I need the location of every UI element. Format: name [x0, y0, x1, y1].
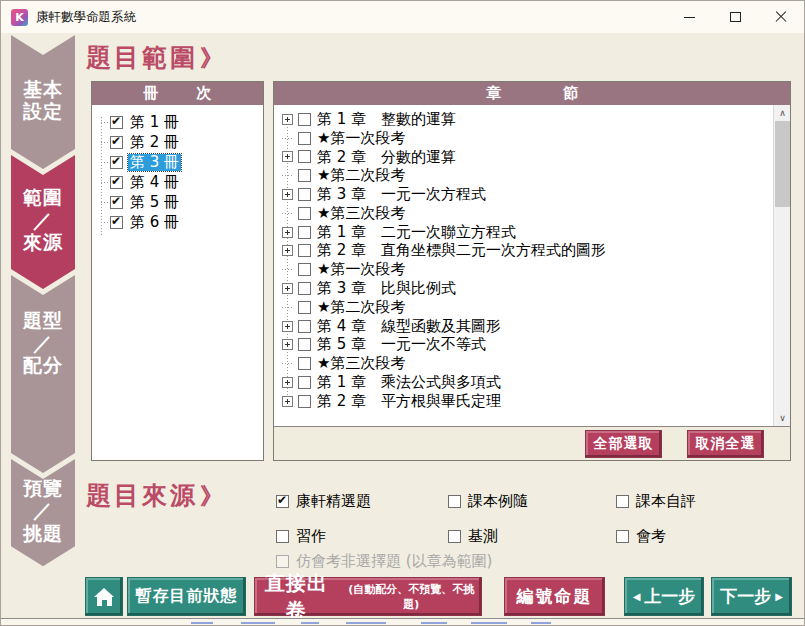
sidebar-step-tab[interactable]: 預覽 ／ 挑題 [11, 459, 75, 566]
chapter-row[interactable]: 第 2 章 平方根與畢氏定理 [274, 392, 773, 411]
chapter-row[interactable]: 第 1 章 二元一次聯立方程式 [274, 223, 773, 242]
chapter-label[interactable]: ★第一次段考 [317, 129, 405, 148]
chapter-checkbox[interactable] [298, 376, 311, 389]
volume-label[interactable]: 第 1 冊 [128, 114, 181, 131]
select-all-button[interactable]: 全部選取 [586, 431, 661, 457]
chapter-label[interactable]: 第 1 章 整數的運算 [317, 110, 456, 129]
chapter-checkbox[interactable] [298, 207, 311, 220]
chapter-label[interactable]: 第 1 章 乘法公式與多項式 [317, 373, 501, 392]
chapter-row[interactable]: 第 3 章 比與比例式 [274, 279, 773, 298]
expand-plus-icon[interactable] [282, 283, 293, 294]
deselect-all-button[interactable]: 取消全選 [688, 431, 763, 457]
chapter-label[interactable]: ★第三次段考 [317, 204, 405, 223]
source-checkbox[interactable] [276, 530, 289, 543]
chapter-label[interactable]: ★第二次段考 [317, 298, 405, 317]
chapter-label[interactable]: 第 3 章 比與比例式 [317, 279, 456, 298]
chapter-row[interactable]: 第 2 章 直角坐標與二元一次方程式的圖形 [274, 242, 773, 261]
volume-label[interactable]: 第 4 冊 [128, 174, 181, 191]
volume-row[interactable]: ✔ 第 3 冊 [92, 152, 263, 172]
save-state-button[interactable]: 暫存目前狀態 [128, 578, 245, 615]
expand-plus-icon[interactable] [282, 245, 293, 256]
chapter-checkbox[interactable] [298, 226, 311, 239]
chapter-checkbox[interactable] [298, 244, 311, 257]
chapter-row[interactable]: 第 4 章 線型函數及其圖形 [274, 317, 773, 336]
chapter-checkbox[interactable] [298, 132, 311, 145]
source-checkbox[interactable] [616, 495, 629, 508]
numbering-button[interactable]: 編號命題 [505, 578, 604, 615]
volume-label[interactable]: 第 6 冊 [128, 214, 181, 231]
chapter-checkbox[interactable] [298, 113, 311, 126]
volume-label[interactable]: 第 5 冊 [128, 194, 181, 211]
chapter-checkbox[interactable] [298, 282, 311, 295]
direct-export-button[interactable]: 直接出卷 (自動配分、不預覽、不挑題) [255, 578, 481, 615]
scroll-up-icon[interactable]: ∧ [774, 105, 791, 121]
chapter-checkbox[interactable] [298, 357, 311, 370]
chapter-checkbox[interactable] [298, 150, 311, 163]
chapter-checkbox[interactable] [298, 320, 311, 333]
expand-plus-icon[interactable] [282, 227, 293, 238]
home-button[interactable] [86, 578, 122, 615]
chapter-row[interactable]: ★第三次段考 [274, 354, 773, 373]
chapter-checkbox[interactable] [298, 169, 311, 182]
next-step-button[interactable]: 下一步 ▶ [712, 578, 791, 615]
expand-plus-icon[interactable] [282, 114, 293, 125]
volume-label[interactable]: 第 3 冊 [128, 154, 181, 171]
close-button[interactable] [758, 1, 804, 33]
volume-checkbox[interactable]: ✔ [110, 116, 123, 129]
source-option[interactable]: 課本例隨 [448, 484, 616, 519]
chapter-label[interactable]: 第 2 章 直角坐標與二元一次方程式的圖形 [317, 241, 606, 260]
volume-row[interactable]: ✔ 第 6 冊 [92, 212, 263, 232]
chapter-row[interactable]: ★第一次段考 [274, 260, 773, 279]
chapter-label[interactable]: ★第二次段考 [317, 166, 405, 185]
scrollbar-thumb[interactable] [775, 121, 790, 207]
chapter-row[interactable]: ★第二次段考 [274, 298, 773, 317]
volume-row[interactable]: ✔ 第 1 冊 [92, 112, 263, 132]
source-checkbox[interactable] [448, 495, 461, 508]
chapter-label[interactable]: 第 4 章 線型函數及其圖形 [317, 317, 501, 336]
volume-row[interactable]: ✔ 第 5 冊 [92, 192, 263, 212]
source-checkbox[interactable] [448, 530, 461, 543]
chapter-row[interactable]: 第 3 章 一元一次方程式 [274, 185, 773, 204]
chapter-label[interactable]: ★第一次段考 [317, 260, 405, 279]
sidebar-step-tab[interactable]: 基本 設定 [11, 35, 75, 169]
chapter-checkbox[interactable] [298, 395, 311, 408]
maximize-button[interactable] [712, 1, 758, 33]
volume-row[interactable]: ✔ 第 2 冊 [92, 132, 263, 152]
chapter-checkbox[interactable] [298, 301, 311, 314]
chapter-checkbox[interactable] [298, 338, 311, 351]
minimize-button[interactable] [666, 1, 712, 33]
vertical-scrollbar[interactable]: ∧ ∨ [773, 105, 790, 426]
chapter-row[interactable]: ★第一次段考 [274, 129, 773, 148]
volume-checkbox[interactable]: ✔ [110, 176, 123, 189]
volume-checkbox[interactable]: ✔ [110, 216, 123, 229]
chapter-row[interactable]: 第 2 章 分數的運算 [274, 148, 773, 167]
chapter-row[interactable]: ★第三次段考 [274, 204, 773, 223]
chapter-label[interactable]: 第 3 章 一元一次方程式 [317, 185, 486, 204]
sidebar-step-tab[interactable]: 範圍 ／ 來源 [11, 155, 75, 289]
chapter-label[interactable]: 第 5 章 一元一次不等式 [317, 335, 486, 354]
volume-label[interactable]: 第 2 冊 [128, 134, 181, 151]
expand-plus-icon[interactable] [282, 321, 293, 332]
expand-plus-icon[interactable] [282, 377, 293, 388]
source-checkbox[interactable]: ✔ [276, 495, 289, 508]
source-option[interactable]: ✔ 康軒精選題 [276, 484, 448, 519]
chapter-checkbox[interactable] [298, 263, 311, 276]
expand-plus-icon[interactable] [282, 396, 293, 407]
volume-row[interactable]: ✔ 第 4 冊 [92, 172, 263, 192]
sidebar-step-tab[interactable]: 題型 ／ 配分 [11, 275, 75, 473]
volume-checkbox[interactable]: ✔ [110, 196, 123, 209]
chapter-checkbox[interactable] [298, 188, 311, 201]
chapter-row[interactable]: 第 1 章 乘法公式與多項式 [274, 373, 773, 392]
chapter-label[interactable]: 第 2 章 平方根與畢氏定理 [317, 392, 501, 411]
chapter-label[interactable]: ★第三次段考 [317, 354, 405, 373]
source-checkbox[interactable] [616, 530, 629, 543]
chapter-row[interactable]: 第 5 章 一元一次不等式 [274, 336, 773, 355]
scroll-down-icon[interactable]: ∨ [774, 410, 791, 426]
chapter-row[interactable]: 第 1 章 整數的運算 [274, 110, 773, 129]
expand-plus-icon[interactable] [282, 189, 293, 200]
chapter-row[interactable]: ★第二次段考 [274, 166, 773, 185]
volume-checkbox[interactable]: ✔ [110, 156, 123, 169]
expand-plus-icon[interactable] [282, 339, 293, 350]
expand-plus-icon[interactable] [282, 151, 293, 162]
source-option[interactable]: 課本自評 [616, 484, 696, 519]
